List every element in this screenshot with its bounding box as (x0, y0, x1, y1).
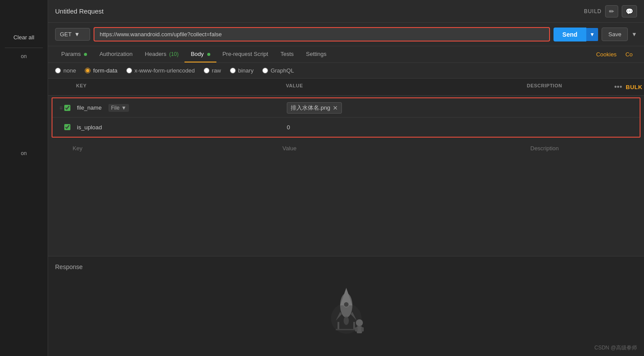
option-urlencoded[interactable]: x-www-form-urlencoded (126, 67, 195, 74)
option-none-label: none (63, 67, 76, 74)
file-tag[interactable]: File ▼ (108, 104, 129, 112)
method-dropdown-icon: ▼ (74, 31, 80, 38)
option-graphql[interactable]: GraphQL (262, 67, 294, 74)
edit-icon-button[interactable]: ✏ (605, 5, 618, 17)
params-table: KEY VALUE DESCRIPTION ••• Bulk Ed... ≡ f… (48, 79, 644, 256)
method-label: GET (60, 31, 72, 38)
new-row (48, 139, 644, 157)
option-form-data[interactable]: form-data (85, 67, 118, 74)
tab-headers[interactable]: Headers (10) (139, 46, 184, 62)
tab-authorization[interactable]: Authorization (93, 46, 139, 62)
svg-point-5 (344, 302, 349, 307)
sidebar-item-2: on (19, 149, 28, 158)
radio-none[interactable] (55, 68, 61, 73)
drag-handle-icon[interactable]: ≡ (59, 105, 63, 111)
option-binary-label: binary (238, 67, 254, 74)
row2-value-input[interactable] (287, 124, 519, 131)
table-row: ≡ file_name File ▼ 排 (52, 98, 640, 118)
tab-tests[interactable]: Tests (274, 46, 299, 62)
col-header-key: KEY (73, 79, 282, 95)
option-raw[interactable]: raw (204, 67, 221, 74)
build-label: BUILD (584, 8, 602, 14)
send-button[interactable]: Send (553, 28, 586, 41)
topbar-left: Untitled Request (55, 7, 104, 15)
row2-checkbox[interactable] (64, 124, 70, 130)
row1-checkbox[interactable] (64, 105, 70, 111)
new-row-description-input[interactable] (530, 145, 611, 152)
tab-headers-label: Headers (145, 51, 166, 57)
radio-graphql[interactable] (262, 68, 268, 73)
row2-description-cell[interactable] (522, 121, 610, 134)
request-title: Untitled Request (55, 7, 104, 15)
option-graphql-label: GraphQL (271, 67, 294, 74)
svg-rect-13 (361, 327, 364, 332)
topbar: Untitled Request BUILD ✏ 💬 (48, 0, 644, 23)
cookies-link[interactable]: Cookies (592, 47, 621, 62)
rocket-svg (320, 279, 372, 340)
svg-point-10 (356, 319, 363, 326)
body-options: none form-data x-www-form-urlencoded raw… (48, 63, 644, 79)
row2-controls: ≡ (56, 121, 73, 134)
option-form-data-label: form-data (93, 67, 118, 74)
radio-binary[interactable] (230, 68, 236, 73)
more-options-icon[interactable]: ••• (614, 83, 622, 91)
url-input[interactable] (94, 27, 550, 41)
row1-key-value: file_name (77, 104, 101, 111)
file-tag-dropdown-icon: ▼ (121, 105, 126, 111)
row2-actions (610, 124, 636, 131)
method-selector[interactable]: GET ▼ (55, 28, 90, 41)
headers-badge: (10) (169, 51, 178, 57)
body-dot-icon (207, 53, 210, 56)
co-link[interactable]: Co (621, 47, 637, 62)
radio-form-data[interactable] (85, 68, 91, 73)
tab-body-label: Body (191, 51, 204, 57)
tab-params[interactable]: Params (55, 46, 93, 62)
file-tag-label: File (111, 105, 119, 111)
new-row-key[interactable] (69, 142, 279, 155)
file-value-tag: 排入水体名.png ✕ (287, 102, 342, 114)
tab-pre-request-label: Pre-request Script (223, 51, 268, 57)
row2-key-cell[interactable] (73, 121, 283, 134)
row1-description-cell[interactable] (522, 101, 610, 114)
row2-key-input[interactable] (77, 124, 280, 131)
sidebar-item-1: on (19, 52, 28, 61)
row1-checkbox-cell (64, 105, 70, 111)
radio-urlencoded[interactable] (126, 68, 132, 73)
response-title: Response (55, 263, 637, 270)
response-section: Response (48, 256, 644, 356)
tab-settings-label: Settings (306, 51, 327, 57)
option-raw-label: raw (212, 67, 221, 74)
row2-checkbox-cell (64, 124, 70, 130)
bulk-edit-button[interactable]: Bulk Ed... (626, 84, 644, 90)
row1-description-input[interactable] (526, 104, 606, 111)
svg-rect-12 (355, 327, 358, 332)
row2-value-cell[interactable] (283, 121, 522, 134)
send-button-group: Send ▼ (553, 28, 598, 41)
table-row: ≡ (52, 118, 640, 137)
option-none[interactable]: none (55, 67, 76, 74)
sidebar-divider (5, 48, 43, 48)
file-value-close-icon[interactable]: ✕ (333, 105, 338, 111)
tab-settings[interactable]: Settings (300, 46, 333, 62)
chat-icon-button[interactable]: 💬 (622, 5, 637, 17)
save-button[interactable]: Save (602, 28, 628, 41)
params-dot-icon (84, 53, 87, 56)
topbar-right: BUILD ✏ 💬 (584, 5, 637, 17)
tab-body[interactable]: Body (184, 46, 216, 62)
option-binary[interactable]: binary (230, 67, 254, 74)
table-header: KEY VALUE DESCRIPTION ••• Bulk Ed... (48, 79, 644, 96)
new-row-value-input[interactable] (282, 145, 523, 152)
tab-pre-request-script[interactable]: Pre-request Script (216, 46, 275, 62)
row2-description-input[interactable] (526, 124, 606, 131)
svg-rect-8 (353, 322, 355, 330)
radio-raw[interactable] (204, 68, 209, 73)
new-row-key-input[interactable] (73, 145, 275, 152)
send-dropdown-button[interactable]: ▼ (586, 28, 599, 41)
svg-rect-7 (338, 322, 339, 330)
new-row-value[interactable] (279, 142, 527, 155)
svg-point-6 (344, 316, 349, 325)
col-header-description: DESCRIPTION (523, 79, 611, 95)
col-header-checkbox (55, 79, 73, 95)
new-row-description[interactable] (527, 142, 614, 155)
clear-all-button[interactable]: Clear all (8, 31, 40, 44)
